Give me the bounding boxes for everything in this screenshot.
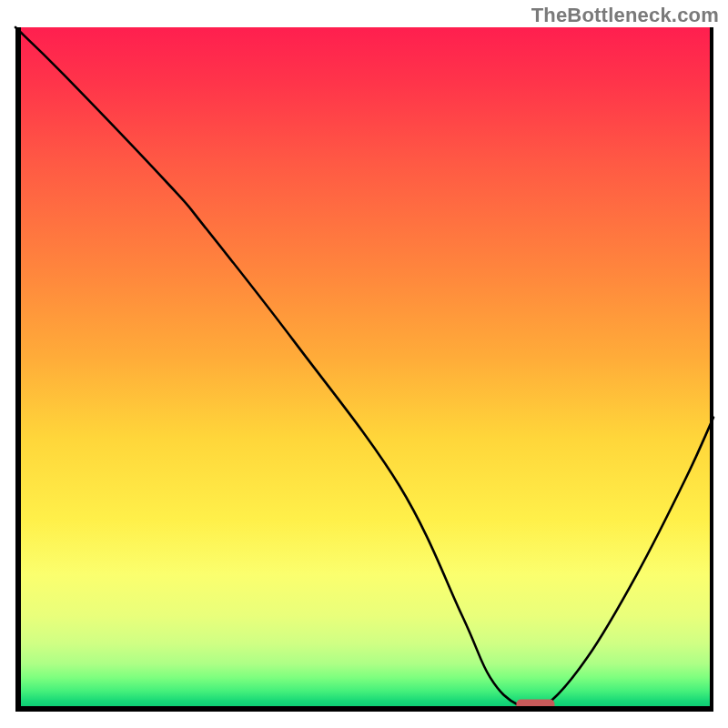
plot-area [15, 27, 713, 712]
gradient-background [15, 27, 713, 712]
watermark-text: TheBottleneck.com [531, 4, 719, 27]
page: TheBottleneck.com [0, 0, 728, 728]
chart-container [15, 27, 713, 712]
